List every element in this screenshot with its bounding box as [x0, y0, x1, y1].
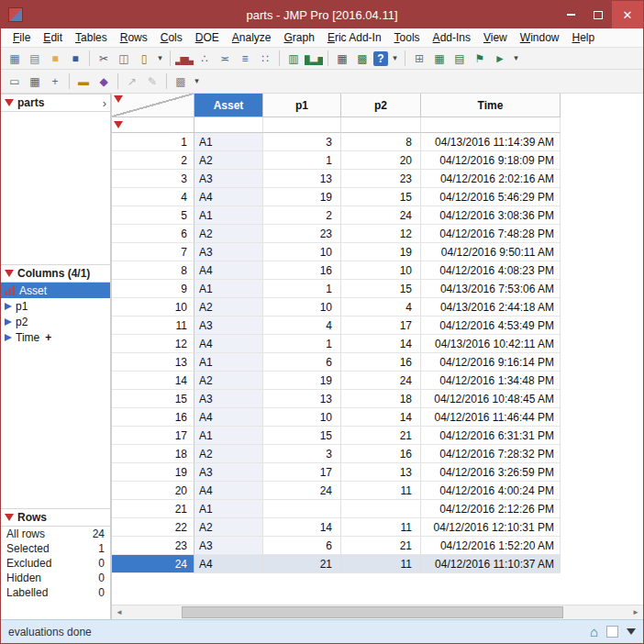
menu-help[interactable]: Help: [565, 29, 601, 46]
menu-cols[interactable]: Cols: [154, 29, 189, 46]
cell-p1[interactable]: 1: [263, 335, 341, 353]
cell-p1[interactable]: 10: [263, 408, 341, 427]
cell-time[interactable]: 04/12/2016 11:10:37 AM: [421, 555, 561, 573]
new-journal-icon[interactable]: ▤: [26, 50, 44, 68]
cell-time[interactable]: 04/12/2016 9:18:09 PM: [421, 151, 561, 170]
help-icon[interactable]: ?: [373, 51, 388, 66]
menu-window[interactable]: Window: [514, 29, 566, 46]
cell-asset[interactable]: A3: [194, 537, 263, 555]
column-item-time[interactable]: Time+: [1, 329, 110, 345]
menu-tables[interactable]: Tables: [69, 29, 114, 46]
cell-asset[interactable]: A2: [194, 298, 263, 316]
paste-icon[interactable]: ▯: [135, 50, 153, 68]
row-number-cell[interactable]: 7: [112, 243, 194, 261]
cell-p2[interactable]: 13: [341, 463, 421, 482]
tabulate-icon[interactable]: ▦: [333, 50, 351, 68]
menu-doe[interactable]: DOE: [189, 29, 226, 46]
row-number-cell[interactable]: 20: [112, 482, 194, 500]
row-number-cell[interactable]: 17: [112, 427, 194, 445]
cell-p2[interactable]: 16: [341, 445, 421, 463]
cell-p2[interactable]: 24: [341, 206, 421, 225]
cell-p2[interactable]: 23: [341, 170, 421, 188]
status-checkbox[interactable]: [606, 626, 618, 638]
cell-asset[interactable]: A4: [194, 188, 263, 206]
menu-tools[interactable]: Tools: [388, 29, 427, 46]
scrollbar-track[interactable]: [127, 605, 628, 619]
column-header-time[interactable]: Time: [421, 94, 561, 117]
row-number-cell[interactable]: 18: [112, 445, 194, 463]
cell-p1[interactable]: 10: [263, 298, 341, 316]
cell-time[interactable]: 04/12/2016 10:48:45 AM: [421, 390, 561, 408]
row-number-cell[interactable]: 1: [112, 133, 194, 151]
menu-analyze[interactable]: Analyze: [226, 29, 278, 46]
cell-asset[interactable]: A4: [194, 261, 263, 280]
cell-p2[interactable]: 20: [341, 151, 421, 170]
row-number-cell[interactable]: 19: [112, 463, 194, 482]
home-window-icon[interactable]: ⌂: [590, 625, 598, 638]
column-header-asset[interactable]: Asset: [194, 94, 263, 117]
graph-builder-icon[interactable]: ▥: [284, 50, 303, 68]
scrollbar-thumb[interactable]: [182, 606, 563, 618]
rows-panel-header[interactable]: Rows: [1, 508, 110, 527]
cell-time[interactable]: 04/12/2016 5:46:29 PM: [421, 188, 561, 206]
cell-p1[interactable]: 6: [263, 537, 341, 555]
columns-menu-icon[interactable]: [114, 95, 123, 103]
cell-time[interactable]: 04/12/2016 11:46:44 PM: [421, 408, 561, 427]
cell-asset[interactable]: A1: [194, 206, 263, 225]
open-icon[interactable]: ■: [46, 50, 64, 68]
scroll-left-icon[interactable]: ◄: [112, 605, 127, 619]
cell-p1[interactable]: 21: [263, 555, 341, 573]
maximize-button[interactable]: [584, 1, 612, 28]
cell-p2[interactable]: 14: [341, 408, 421, 427]
cell-asset[interactable]: A2: [194, 225, 263, 243]
paste-dropdown-icon[interactable]: ▾: [155, 50, 165, 68]
save-icon[interactable]: ■: [66, 50, 84, 68]
column-header-p1[interactable]: p1: [263, 94, 341, 117]
row-number-cell[interactable]: 14: [112, 372, 194, 390]
row-number-cell[interactable]: 24: [112, 555, 194, 573]
cell-p2[interactable]: 11: [341, 555, 421, 573]
cell-time[interactable]: 04/12/2016 9:50:11 AM: [421, 243, 561, 261]
new-data-table-icon[interactable]: ▦: [6, 50, 24, 68]
columns-panel-menu-icon[interactable]: [5, 270, 14, 277]
cell-asset[interactable]: A3: [194, 390, 263, 408]
cell-asset[interactable]: A2: [194, 518, 263, 537]
window-list-icon[interactable]: [627, 628, 636, 635]
rows-stat-labelled[interactable]: Labelled0: [1, 585, 110, 600]
cell-p2[interactable]: 15: [341, 188, 421, 206]
app-icon[interactable]: [8, 7, 23, 22]
cell-asset[interactable]: A4: [194, 408, 263, 427]
cell-p2[interactable]: 17: [341, 316, 421, 335]
cell-time[interactable]: 04/12/2016 7:48:28 PM: [421, 225, 561, 243]
cell-time[interactable]: 04/12/2016 12:10:31 PM: [421, 518, 561, 537]
column-item-asset[interactable]: Asset: [1, 283, 110, 298]
row-number-cell[interactable]: 22: [112, 518, 194, 537]
row-number-cell[interactable]: 8: [112, 261, 194, 280]
cell-p1[interactable]: 14: [263, 518, 341, 537]
cell-p1[interactable]: 3: [263, 133, 341, 151]
cell-asset[interactable]: A2: [194, 445, 263, 463]
cell-p1[interactable]: 23: [263, 225, 341, 243]
cell-p1[interactable]: 13: [263, 390, 341, 408]
move-tool-icon[interactable]: +: [46, 72, 64, 91]
cell-time[interactable]: 04/13/2016 11:14:39 AM: [421, 133, 561, 151]
column-header-p2[interactable]: p2: [341, 94, 421, 117]
matched-pairs-icon[interactable]: ≍: [216, 50, 234, 68]
cell-p2[interactable]: 16: [341, 353, 421, 372]
cell-p2[interactable]: 8: [341, 133, 421, 151]
cell-time[interactable]: 04/12/2016 3:08:36 PM: [421, 206, 561, 225]
row-number-cell[interactable]: 4: [112, 188, 194, 206]
excel-import-icon[interactable]: ▩: [353, 50, 372, 68]
cell-p1[interactable]: 19: [263, 188, 341, 206]
cell-time[interactable]: 04/13/2016 10:42:11 AM: [421, 335, 561, 353]
cell-asset[interactable]: A1: [194, 280, 263, 298]
cell-p1[interactable]: 6: [263, 353, 341, 372]
cell-time[interactable]: 04/12/2016 1:52:20 AM: [421, 537, 561, 555]
journal-icon[interactable]: ▬: [74, 72, 93, 91]
column-item-p1[interactable]: p1: [1, 298, 110, 314]
cell-p2[interactable]: 11: [341, 518, 421, 537]
cube-view-icon[interactable]: ▩: [172, 72, 190, 91]
cell-time[interactable]: 04/12/2016 3:26:59 PM: [421, 463, 561, 482]
toolbar2-dropdown-icon[interactable]: ▾: [192, 72, 202, 91]
cell-time[interactable]: 04/13/2016 2:44:18 AM: [421, 298, 561, 316]
